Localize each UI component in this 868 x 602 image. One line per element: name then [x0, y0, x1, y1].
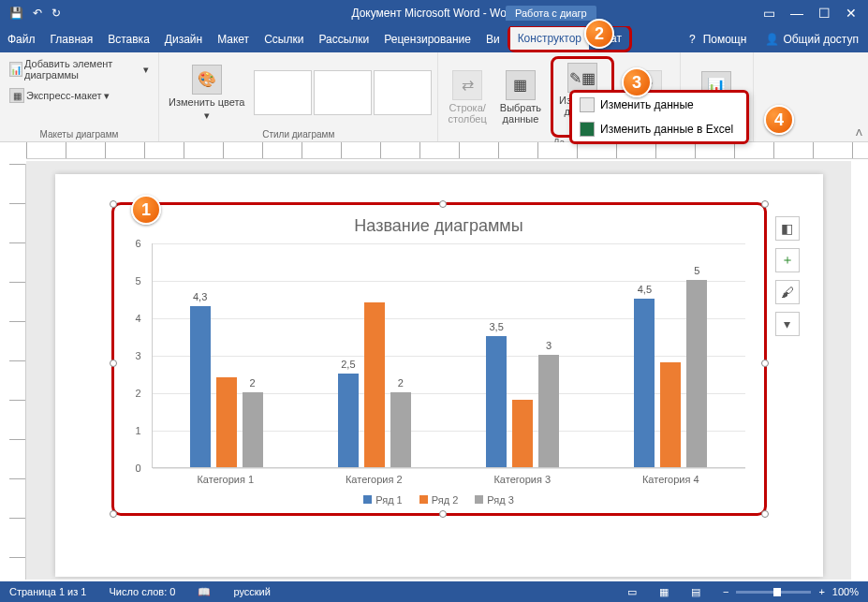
data-label: 3,5 — [489, 321, 503, 332]
save-icon[interactable]: 💾 — [9, 7, 23, 20]
data-label: 2,5 — [341, 359, 355, 370]
add-element-icon: 📊 — [9, 62, 22, 77]
y-tick: 6 — [136, 238, 141, 249]
title-bar: 💾 ↶ ↻ Документ Microsoft Word - Word Раб… — [0, 0, 868, 26]
tab-references[interactable]: Ссылки — [257, 26, 311, 52]
style-thumb[interactable] — [374, 70, 432, 115]
zoom-slider[interactable] — [736, 591, 811, 594]
dd-edit-data-excel[interactable]: Изменить данные в Excel — [572, 117, 746, 141]
bar[interactable]: 5 — [686, 280, 707, 467]
chart-styles-icon[interactable]: 🖌 — [775, 280, 800, 304]
tab-home[interactable]: Главная — [43, 26, 101, 52]
bar[interactable] — [364, 302, 385, 467]
status-words[interactable]: Число слов: 0 — [109, 586, 175, 597]
bar[interactable]: 2 — [243, 392, 263, 467]
dd-edit-data[interactable]: Изменить данные — [572, 93, 746, 117]
category-label: Категория 1 — [197, 474, 254, 485]
edit-data-dropdown: Изменить данные Изменить данные в Excel — [569, 90, 749, 144]
chart-legend[interactable]: Ряд 1Ряд 2Ряд 3 — [133, 494, 745, 506]
plot-area[interactable]: 01234564,322,523,534,55 — [152, 243, 745, 468]
category-label: Категория 4 — [642, 474, 699, 485]
bar[interactable] — [216, 377, 237, 467]
tab-file[interactable]: Файл — [0, 26, 43, 52]
status-page[interactable]: Страница 1 из 1 — [9, 586, 86, 597]
chart-filters-icon[interactable]: ▾ — [775, 312, 800, 336]
help-icon[interactable]: ? — [689, 33, 696, 46]
tab-layout[interactable]: Макет — [210, 26, 257, 52]
bar[interactable]: 3 — [538, 355, 559, 467]
excel-icon — [580, 122, 595, 137]
ribbon-tabs: Файл Главная Вставка Дизайн Макет Ссылки… — [0, 26, 868, 52]
zoom-out-icon[interactable]: − — [723, 586, 728, 597]
category-axis: Категория 1Категория 2Категория 3Категор… — [152, 474, 745, 485]
zoom-in-icon[interactable]: + — [818, 586, 824, 597]
bar[interactable]: 4,3 — [190, 306, 211, 467]
data-label: 2 — [250, 377, 256, 389]
legend-item[interactable]: Ряд 3 — [475, 494, 514, 506]
callout-3: 3 — [622, 67, 652, 97]
close-icon[interactable]: ✕ — [846, 6, 857, 21]
view-web-icon[interactable]: ▤ — [691, 586, 700, 598]
data-label: 2 — [398, 377, 404, 389]
status-language[interactable]: русский — [233, 586, 270, 597]
legend-item[interactable]: Ряд 1 — [363, 494, 403, 506]
style-thumb[interactable] — [254, 70, 312, 115]
ribbon-options-icon[interactable]: ▭ — [763, 6, 775, 21]
y-tick: 3 — [136, 350, 141, 361]
switch-row-col-button: ⇄ Строка/ столбец — [444, 68, 490, 126]
undo-icon[interactable]: ↶ — [33, 7, 42, 20]
select-data-icon: ▦ — [506, 70, 536, 100]
select-data-button[interactable]: ▦ Выбрать данные — [496, 68, 545, 126]
chart-styles-gallery[interactable] — [254, 70, 432, 115]
tab-review[interactable]: Рецензирование — [376, 26, 478, 52]
zoom-level[interactable]: 100% — [832, 586, 859, 597]
data-label: 4,5 — [638, 284, 652, 295]
horizontal-ruler[interactable] — [26, 142, 868, 159]
edit-data-small-icon — [580, 97, 595, 112]
bar[interactable] — [660, 362, 681, 467]
callout-2: 2 — [584, 19, 614, 49]
tab-insert[interactable]: Вставка — [100, 26, 157, 52]
tab-mailings[interactable]: Рассылки — [311, 26, 376, 52]
edit-data-icon: ✎▦ — [567, 63, 597, 93]
legend-item[interactable]: Ряд 2 — [419, 494, 459, 506]
data-label: 3 — [546, 340, 552, 351]
bar[interactable]: 3,5 — [486, 336, 507, 467]
collapse-ribbon-icon[interactable]: ᐱ — [856, 127, 862, 138]
change-colors-icon: 🎨 — [192, 65, 222, 95]
data-label: 4,3 — [193, 291, 207, 302]
y-tick: 2 — [136, 388, 141, 399]
style-thumb[interactable] — [314, 70, 372, 115]
chart-elements-icon[interactable]: ＋ — [775, 248, 800, 272]
status-proofing-icon[interactable]: 📖 — [198, 586, 211, 598]
bar[interactable]: 2 — [390, 392, 411, 467]
group-label-layouts: Макеты диаграмм — [6, 129, 153, 139]
maximize-icon[interactable]: ☐ — [818, 6, 831, 21]
switch-rc-icon: ⇄ — [452, 70, 482, 100]
minimize-icon[interactable]: — — [790, 6, 803, 21]
vertical-ruler[interactable] — [9, 164, 26, 580]
quick-layout-button[interactable]: ▦Экспресс-макет ▾ — [6, 86, 113, 105]
share-button[interactable]: 👤Общий доступ — [756, 26, 868, 52]
view-print-icon[interactable]: ▦ — [659, 586, 669, 598]
chart-object[interactable]: Название диаграммы 01234564,322,523,534,… — [111, 202, 767, 516]
chart-layout-options-icon[interactable]: ◧ — [775, 216, 800, 241]
bar[interactable]: 2,5 — [338, 374, 359, 467]
quick-layout-icon: ▦ — [9, 88, 24, 103]
tab-view[interactable]: Ви — [478, 26, 508, 52]
tab-chart-design[interactable]: Конструктор — [510, 27, 589, 50]
redo-icon[interactable]: ↻ — [51, 7, 61, 20]
chart-title[interactable]: Название диаграммы — [133, 216, 745, 236]
callout-1: 1 — [131, 195, 161, 225]
tell-me[interactable]: Помощн — [703, 33, 747, 46]
view-read-icon[interactable]: ▭ — [627, 586, 637, 598]
change-colors-button[interactable]: 🎨 Изменить цвета▾ — [165, 63, 248, 124]
bar[interactable] — [512, 400, 533, 467]
document-title: Документ Microsoft Word - Word — [351, 7, 516, 20]
tab-design[interactable]: Дизайн — [157, 26, 210, 52]
bar[interactable]: 4,5 — [634, 299, 655, 467]
data-label: 5 — [694, 265, 699, 276]
add-chart-element-button[interactable]: 📊Добавить элемент диаграммы ▾ — [6, 56, 153, 82]
y-tick: 1 — [136, 425, 141, 436]
page[interactable]: Название диаграммы 01234564,322,523,534,… — [55, 174, 823, 577]
